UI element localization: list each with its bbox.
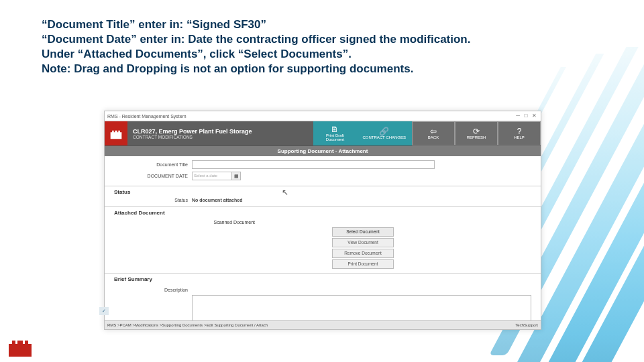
description-textarea[interactable]: [192, 295, 531, 322]
help-button[interactable]: ? HELP: [498, 121, 541, 145]
status-section: Status Status No document attached: [105, 186, 541, 207]
refresh-button[interactable]: ⟳ REFRESH: [455, 121, 498, 145]
contract-changes-button[interactable]: 🔗 CONTRACT CHANGES: [356, 121, 412, 145]
status-value: No document attached: [192, 198, 242, 202]
doc-title-input[interactable]: [192, 160, 435, 169]
back-button[interactable]: ⇦ BACK: [412, 121, 455, 145]
page-subheader: Supporting Document - Attachment: [105, 145, 541, 156]
instruction-line-3: Under “Attached Documents”, click “Selec…: [42, 47, 525, 62]
window-title: RMS - Resident Management System: [107, 114, 186, 119]
usace-logo-header: [105, 121, 127, 145]
remove-document-button[interactable]: Remove Document: [332, 249, 394, 258]
scanned-doc-label: Scanned Document: [114, 220, 259, 227]
description-label: Description: [114, 288, 192, 292]
project-subtitle: CONTRACT MODIFICATIONS: [133, 135, 254, 139]
instruction-line-4: Note: Drag and Dropping is not an option…: [42, 62, 525, 76]
instruction-line-2: “Document Date” enter in: Date the contr…: [42, 32, 525, 47]
back-arrow-icon: ⇦: [430, 127, 437, 135]
summary-heading: Brief Summary: [114, 275, 531, 284]
status-heading: Status: [114, 188, 531, 196]
doc-title-label: Document Title: [114, 162, 192, 167]
calendar-icon[interactable]: ▦: [232, 172, 241, 180]
attached-section: Attached Document Scanned Document Selec…: [105, 207, 541, 274]
minimize-button[interactable]: ─: [514, 111, 522, 121]
maximize-button[interactable]: □: [522, 111, 530, 121]
doc-date-input[interactable]: Select a date: [192, 172, 232, 180]
print-draft-button[interactable]: 🗎 Print Draft Document: [313, 121, 356, 145]
project-title: CLR027, Emerg Power Plant Fuel Storage: [133, 128, 254, 135]
print-document-button[interactable]: Print Document: [332, 259, 394, 269]
attached-heading: Attached Document: [114, 208, 531, 217]
view-document-button[interactable]: View Document: [332, 238, 394, 247]
app-header: CLR027, Emerg Power Plant Fuel Storage C…: [105, 121, 541, 145]
status-bar: RMS >PCAM >Modifications >Supporting Doc…: [105, 320, 541, 329]
close-button[interactable]: ✕: [530, 111, 538, 121]
help-icon: ?: [517, 127, 522, 135]
app-screenshot: RMS - Resident Management System ─ □ ✕ C…: [104, 111, 541, 330]
doc-date-label: DOCUMENT DATE: [114, 174, 192, 178]
instruction-text: “Document Title” enter in: “Signed SF30”…: [42, 17, 525, 76]
window-titlebar: RMS - Resident Management System ─ □ ✕: [105, 111, 541, 121]
link-icon: 🔗: [379, 127, 389, 135]
usace-logo-corner: [7, 335, 35, 358]
form-panel: Document Title DOCUMENT DATE Select a da…: [105, 156, 541, 186]
spellcheck-icon[interactable]: ✓: [99, 307, 109, 315]
select-document-button[interactable]: Select Document: [332, 227, 394, 237]
document-icon: 🗎: [331, 125, 339, 133]
breadcrumb: RMS >PCAM >Modifications >Supporting Doc…: [107, 323, 268, 327]
project-info: CLR027, Emerg Power Plant Fuel Storage C…: [127, 121, 259, 145]
refresh-icon: ⟳: [473, 127, 480, 135]
statusbar-right: TechSupport: [515, 323, 538, 327]
status-label: Status: [114, 198, 192, 202]
summary-section: Brief Summary: [105, 274, 541, 285]
instruction-line-1: “Document Title” enter in: “Signed SF30”: [42, 17, 525, 32]
